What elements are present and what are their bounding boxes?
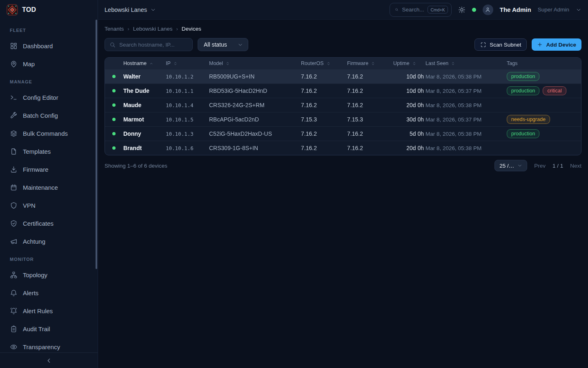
- sidebar-item-maintenance[interactable]: Maintenance: [5, 178, 93, 196]
- user-name: The Admin: [500, 6, 531, 13]
- topology-icon: [10, 271, 18, 279]
- model-cell: C52iG-5HaxD2HaxD-US: [209, 130, 301, 137]
- column-label: Model: [209, 61, 223, 66]
- table-row-brandt[interactable]: Brandt10.10.1.6CRS309-1G-8S+IN7.16.27.16…: [105, 141, 581, 155]
- sidebar-item-templates[interactable]: Templates: [5, 142, 93, 160]
- device-search-placeholder: Search hostname, IP...: [119, 42, 175, 48]
- sidebar-item-vpn[interactable]: VPN: [5, 196, 93, 214]
- firmware-cell: 7.16.2: [347, 130, 393, 137]
- sidebar-collapse-button[interactable]: [0, 352, 98, 368]
- wrench-icon: [10, 112, 18, 119]
- status-cell: [105, 118, 118, 121]
- column-header-last-seen[interactable]: Last Seen: [425, 61, 507, 66]
- column-header-model[interactable]: Model: [209, 61, 301, 66]
- tags-cell: productioncritical: [507, 86, 581, 95]
- column-label: Tags: [507, 61, 517, 66]
- sidebar-item-alerts[interactable]: Alerts: [5, 284, 93, 302]
- global-search-input[interactable]: Search... Cmd+K: [390, 3, 452, 17]
- column-header-hostname[interactable]: Hostname: [118, 61, 166, 66]
- uptime-cell: 10d 0h: [393, 88, 425, 94]
- routeros-cell: 7.16.2: [301, 88, 347, 94]
- breadcrumb-separator: ›: [127, 26, 129, 32]
- download-icon: [10, 166, 18, 173]
- sidebar-item-map[interactable]: Map: [5, 55, 93, 73]
- sidebar-item-firmware[interactable]: Firmware: [5, 160, 93, 178]
- shield-check-icon: [10, 220, 18, 227]
- plus-icon: [537, 42, 543, 47]
- add-device-button[interactable]: Add Device: [532, 38, 581, 51]
- uptime-cell: 20d 0h: [393, 145, 425, 151]
- sidebar: TOD FLEETDashboardMapMANAGEConfig Editor…: [0, 0, 98, 368]
- sidebar-item-config-editor[interactable]: Config Editor: [5, 88, 93, 106]
- table-row-maude[interactable]: Maude10.10.1.4CRS326-24G-2S+RM7.16.27.16…: [105, 98, 581, 112]
- tag-production: production: [507, 129, 539, 138]
- table-body: Walter10.10.1.2RB5009UG+S+IN7.16.27.16.2…: [105, 69, 581, 155]
- sidebar-item-bulk-commands[interactable]: Bulk Commands: [5, 124, 93, 142]
- status-cell: [105, 75, 118, 78]
- bell-ring-icon: [10, 307, 18, 315]
- table-row-the-dude[interactable]: The Dude10.10.1.1RBD53iG-5HacD2HnD7.16.2…: [105, 83, 581, 98]
- sidebar-item-label: Firmware: [23, 166, 49, 173]
- chevron-down-icon: [150, 7, 156, 13]
- sidebar-item-label: Config Editor: [23, 94, 58, 101]
- global-search-placeholder: Search...: [402, 7, 424, 13]
- column-header-ip[interactable]: IP: [166, 61, 209, 66]
- routeros-cell: 7.16.2: [301, 130, 347, 137]
- status-filter-value: All status: [204, 41, 227, 48]
- column-header-uptime[interactable]: Uptime: [393, 61, 425, 66]
- sort-both-icon: [173, 61, 178, 66]
- sidebar-nav: FLEETDashboardMapMANAGEConfig EditorBatc…: [0, 20, 98, 356]
- next-page-button[interactable]: Next: [570, 163, 581, 169]
- sidebar-item-label: Batch Config: [23, 112, 58, 119]
- devices-table: HostnameIPModelRouterOSFirmwareUptimeLas…: [105, 57, 581, 155]
- tags-cell: production: [507, 129, 581, 138]
- sidebar-scrollbar[interactable]: [96, 20, 97, 269]
- breadcrumb-tenant-name[interactable]: Lebowski Lanes: [133, 26, 173, 32]
- tenant-switcher[interactable]: Lebowski Lanes: [105, 7, 156, 13]
- table-row-marmot[interactable]: Marmot10.10.1.5RBcAPGi-5acD2nD7.15.37.15…: [105, 112, 581, 126]
- table-row-donny[interactable]: Donny10.10.1.3C52iG-5HaxD2HaxD-US7.16.27…: [105, 126, 581, 141]
- file-icon: [10, 148, 18, 155]
- column-label: Firmware: [347, 61, 368, 66]
- sidebar-item-alert-rules[interactable]: Alert Rules: [5, 302, 93, 320]
- last-seen-cell: Mar 8, 2026, 05:38 PM: [425, 145, 507, 151]
- table-row-walter[interactable]: Walter10.10.1.2RB5009UG+S+IN7.16.27.16.2…: [105, 69, 581, 83]
- tags-cell: needs-upgrade: [507, 115, 581, 124]
- chevron-down-icon: [238, 42, 243, 47]
- sidebar-item-certificates[interactable]: Certificates: [5, 214, 93, 232]
- device-search-input[interactable]: Search hostname, IP...: [105, 38, 193, 51]
- sidebar-item-achtung[interactable]: Achtung: [5, 232, 93, 250]
- dashboard-icon: [10, 42, 18, 50]
- sidebar-item-topology[interactable]: Topology: [5, 266, 93, 284]
- megaphone-icon: [10, 238, 18, 245]
- status-filter-select[interactable]: All status: [198, 38, 248, 51]
- scan-subnet-button[interactable]: Scan Subnet: [474, 38, 527, 51]
- user-menu-chevron-icon[interactable]: [576, 7, 581, 13]
- column-header-firmware[interactable]: Firmware: [347, 61, 393, 66]
- last-seen-cell: Mar 8, 2026, 05:38 PM: [425, 131, 507, 137]
- last-seen-cell: Mar 8, 2026, 05:37 PM: [425, 88, 507, 94]
- column-label: Uptime: [393, 61, 410, 66]
- page-size-select[interactable]: 25 /…: [494, 160, 527, 171]
- firmware-cell: 7.16.2: [347, 102, 393, 108]
- column-header-routeros[interactable]: RouterOS: [301, 61, 347, 66]
- layers-icon: [10, 130, 18, 137]
- avatar[interactable]: [483, 4, 493, 15]
- terminal-icon: [10, 94, 18, 101]
- sidebar-item-label: Bulk Commands: [23, 130, 68, 137]
- page-size-value: 25 /…: [499, 163, 514, 169]
- sort-both-icon: [371, 61, 375, 66]
- shield-icon: [10, 202, 18, 209]
- sidebar-item-batch-config[interactable]: Batch Config: [5, 106, 93, 124]
- breadcrumb-tenants[interactable]: Tenants: [105, 26, 124, 32]
- scan-icon: [480, 42, 486, 48]
- theme-toggle-button[interactable]: [458, 6, 466, 13]
- sidebar-item-label: Maintenance: [23, 184, 58, 191]
- prev-page-button[interactable]: Prev: [534, 163, 546, 169]
- main-content: Tenants › Lebowski Lanes › Devices Searc…: [98, 20, 588, 368]
- online-status-dot: [112, 75, 116, 78]
- ip-cell: 10.10.1.6: [166, 145, 209, 151]
- sidebar-item-label: Transparency: [23, 343, 60, 350]
- sidebar-item-dashboard[interactable]: Dashboard: [5, 37, 93, 55]
- sidebar-item-audit-trail[interactable]: Audit Trail: [5, 320, 93, 338]
